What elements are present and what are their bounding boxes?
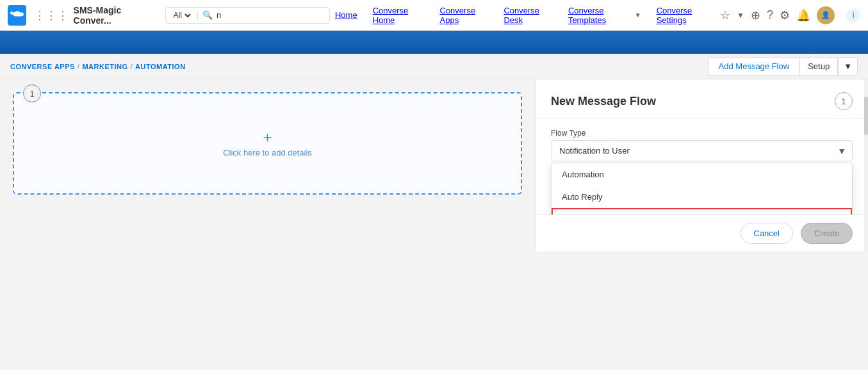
breadcrumb-marketing[interactable]: MARKETING — [82, 63, 127, 70]
flow-card-number: 1 — [23, 84, 41, 102]
grid-icon[interactable]: ⋮⋮⋮ — [34, 8, 69, 22]
dropdown-item-notification[interactable]: ✓ Notification to User — [552, 208, 852, 214]
settings-icon[interactable]: ⚙ — [780, 8, 790, 22]
breadcrumb-automation[interactable]: AUTOMATION — [135, 63, 186, 70]
flow-type-select-container: Notification to User Automation Auto Rep… — [551, 140, 853, 161]
right-panel-footer: Cancel Create — [536, 214, 868, 252]
main-layout: 1 + Click here to add details New Messag… — [0, 79, 868, 252]
plus-add-icon: + — [263, 130, 272, 145]
add-message-flow-button[interactable]: Add Message Flow — [708, 57, 800, 76]
search-divider: | — [197, 10, 199, 20]
add-details-button[interactable]: + Click here to add details — [223, 130, 312, 157]
salesforce-logo — [8, 5, 26, 26]
breadcrumb: CONVERSE APPS / MARKETING / AUTOMATION — [10, 63, 186, 70]
plus-icon[interactable]: ⊕ — [751, 8, 760, 22]
flow-type-select[interactable]: Notification to User Automation Auto Rep… — [551, 140, 853, 161]
dropdown-item-autoreply[interactable]: Auto Reply — [552, 186, 852, 208]
add-details-label: Click here to add details — [223, 148, 312, 157]
right-panel-header: New Message Flow 1 — [536, 79, 868, 118]
star-icon[interactable]: ☆ — [720, 8, 730, 22]
chevron-down-icon[interactable]: ▼ — [635, 12, 641, 19]
right-panel-step-number: 1 — [835, 92, 853, 110]
dropdown-item-automation[interactable]: Automation — [552, 163, 852, 186]
flow-card[interactable]: 1 + Click here to add details — [13, 92, 522, 195]
info-icon[interactable]: i — [846, 8, 860, 22]
search-filter-select[interactable]: All — [171, 10, 193, 20]
bell-icon[interactable]: 🔔 — [796, 8, 810, 22]
automation-label: Automation — [562, 170, 604, 179]
nav-converse-settings[interactable]: Converse Settings — [657, 6, 715, 25]
nav-converse-desk[interactable]: Converse Desk — [504, 6, 553, 25]
app-name: SMS-Magic Conver... — [74, 5, 152, 26]
search-input[interactable] — [217, 10, 324, 20]
breadcrumb-sep1: / — [78, 63, 80, 70]
nav-home[interactable]: Home — [335, 10, 357, 20]
nav-converse-home[interactable]: Converse Home — [373, 6, 425, 25]
toolbar-buttons: Add Message Flow Setup ▼ — [708, 57, 858, 76]
top-bar-actions: ☆ ▼ ⊕ ? ⚙ 🔔 👤 i — [720, 6, 860, 24]
page-header: CONVERSE APPS / MARKETING / AUTOMATION A… — [0, 54, 868, 79]
setup-button[interactable]: Setup — [799, 57, 838, 76]
flow-type-dropdown-menu: Automation Auto Reply ✓ Notification to … — [551, 163, 853, 214]
scroll-thumb — [864, 97, 868, 135]
dropdown-icon[interactable]: ▼ — [737, 11, 744, 20]
right-panel-title: New Message Flow — [551, 95, 656, 108]
nav-main: Home Converse Home Converse Apps Convers… — [335, 6, 715, 25]
avatar[interactable]: 👤 — [817, 6, 835, 24]
flow-type-label: Flow Type — [551, 129, 853, 138]
breadcrumb-converse-apps[interactable]: CONVERSE APPS — [10, 63, 75, 70]
create-button[interactable]: Create — [801, 223, 853, 244]
right-panel-body: Flow Type Notification to User Automatio… — [536, 118, 868, 214]
help-icon[interactable]: ? — [767, 8, 773, 22]
nav-converse-apps[interactable]: Converse Apps — [440, 6, 489, 25]
setup-dropdown-button[interactable]: ▼ — [838, 57, 858, 76]
right-panel: New Message Flow 1 Flow Type Notificatio… — [535, 79, 868, 252]
cancel-button[interactable]: Cancel — [741, 223, 793, 244]
search-icon: 🔍 — [202, 10, 213, 20]
top-bar: ⋮⋮⋮ SMS-Magic Conver... All | 🔍 Home Con… — [0, 0, 868, 31]
search-bar[interactable]: All | 🔍 — [165, 7, 330, 24]
scroll-track — [864, 79, 868, 252]
canvas-area: 1 + Click here to add details — [0, 79, 535, 252]
sub-header — [0, 31, 868, 54]
breadcrumb-sep2: / — [131, 63, 133, 70]
nav-converse-templates-container[interactable]: Converse Templates ▼ — [568, 6, 641, 25]
nav-converse-templates[interactable]: Converse Templates — [568, 6, 632, 25]
autoreply-label: Auto Reply — [562, 192, 603, 202]
